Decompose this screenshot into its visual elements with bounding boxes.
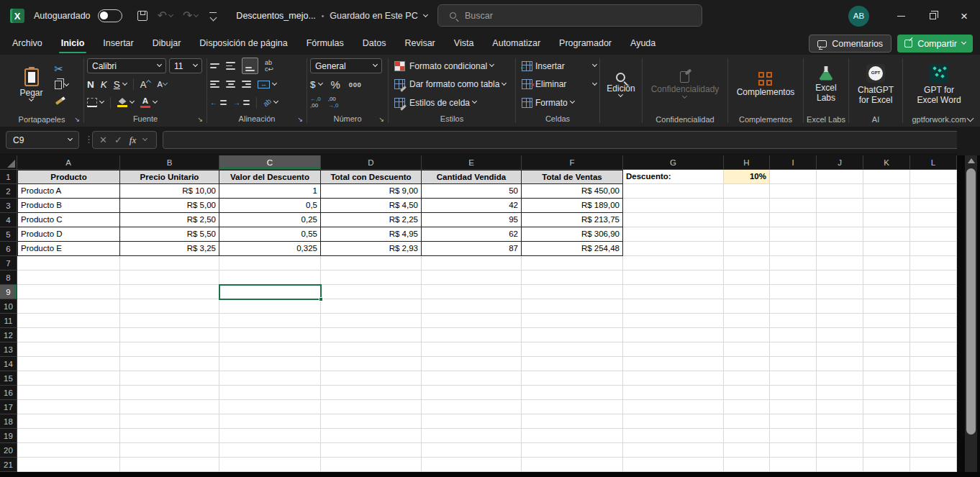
cell-J16[interactable] <box>817 386 863 400</box>
cell-H9[interactable] <box>724 285 770 299</box>
row-header-8[interactable]: 8 <box>0 271 17 285</box>
close-button[interactable]: × <box>948 0 980 32</box>
cell-J13[interactable] <box>817 342 863 357</box>
cell-J5[interactable] <box>817 227 863 242</box>
cell-E9[interactable] <box>422 285 522 299</box>
cell-D16[interactable] <box>321 386 422 400</box>
cell-F9[interactable] <box>522 285 623 299</box>
gpt-for-excel-word-button[interactable]: GPT for Excel Word <box>909 63 969 107</box>
tab-programador[interactable]: Programador <box>550 32 621 55</box>
cell-L15[interactable] <box>910 371 957 386</box>
cell-G2[interactable] <box>623 184 724 199</box>
cell-L17[interactable] <box>910 400 957 414</box>
cell-F1[interactable]: Total de Ventas <box>522 170 623 184</box>
cell-E21[interactable] <box>422 458 522 472</box>
insert-function-button[interactable]: fx <box>130 135 136 146</box>
cell-L2[interactable] <box>910 184 957 199</box>
row-header-16[interactable]: 16 <box>0 386 17 400</box>
cell-K13[interactable] <box>863 342 910 357</box>
row-header-2[interactable]: 2 <box>0 184 17 199</box>
align-top-icon[interactable] <box>210 63 219 68</box>
cell-F3[interactable]: R$ 189,00 <box>522 199 623 213</box>
row-header-13[interactable]: 13 <box>0 342 17 357</box>
tab-inicio[interactable]: Inicio <box>52 32 94 55</box>
delete-cells-button[interactable]: ×Eliminar <box>522 79 566 89</box>
align-left-icon[interactable] <box>210 81 219 88</box>
cell-H13[interactable] <box>724 342 770 357</box>
cell-H16[interactable] <box>724 386 770 400</box>
cell-D14[interactable] <box>321 357 422 371</box>
avatar[interactable]: AB <box>848 6 869 27</box>
cell-F8[interactable] <box>522 271 623 285</box>
search-box[interactable]: Buscar <box>437 4 702 27</box>
cell-L14[interactable] <box>910 357 957 371</box>
align-right-icon[interactable] <box>242 81 251 88</box>
cell-H3[interactable] <box>724 199 770 213</box>
cell-K11[interactable] <box>863 314 910 328</box>
chatgpt-button[interactable]: GPT ChatGPT for Excel <box>850 63 902 107</box>
cell-F20[interactable] <box>522 443 623 458</box>
cell-E2[interactable]: 50 <box>422 184 522 199</box>
column-header-F[interactable]: F <box>522 155 623 170</box>
cell-I8[interactable] <box>770 271 817 285</box>
cell-G7[interactable] <box>623 256 724 271</box>
restore-button[interactable] <box>917 0 948 32</box>
cell-A11[interactable] <box>17 314 120 328</box>
cell-D13[interactable] <box>321 342 422 357</box>
cell-G15[interactable] <box>623 371 724 386</box>
cell-C15[interactable] <box>219 371 321 386</box>
conditional-formatting-button[interactable]: Formato condicional <box>409 61 494 71</box>
cell-A15[interactable] <box>17 371 120 386</box>
font-dialog-launcher[interactable]: ↘ <box>197 116 203 123</box>
cell-I14[interactable] <box>770 357 817 371</box>
cell-E13[interactable] <box>422 342 522 357</box>
cell-I5[interactable] <box>770 227 817 242</box>
cell-C11[interactable] <box>219 314 321 328</box>
excel-app-icon[interactable]: X <box>10 9 24 23</box>
cell-G5[interactable] <box>623 227 724 242</box>
cell-A17[interactable] <box>17 400 120 414</box>
cell-I11[interactable] <box>770 314 817 328</box>
cell-K18[interactable] <box>863 414 910 429</box>
cell-I15[interactable] <box>770 371 817 386</box>
increase-decimal-button[interactable]: ←,0,00 <box>310 96 321 109</box>
increase-font-button[interactable]: A <box>140 79 151 90</box>
tab-automatizar[interactable]: Automatizar <box>483 32 550 55</box>
undo-button[interactable]: ↶ <box>154 6 176 26</box>
cell-B3[interactable]: R$ 5,00 <box>120 199 219 213</box>
cell-A13[interactable] <box>17 342 120 357</box>
redo-button[interactable]: ↷ <box>179 6 201 26</box>
minimize-button[interactable] <box>885 0 917 32</box>
cell-I3[interactable] <box>770 199 817 213</box>
cell-A3[interactable]: Producto B <box>17 199 120 213</box>
align-middle-icon[interactable] <box>226 62 235 69</box>
cell-C3[interactable]: 0,5 <box>219 199 321 213</box>
cell-C4[interactable]: 0,25 <box>219 213 321 227</box>
cell-I9[interactable] <box>770 285 817 299</box>
cell-D3[interactable]: R$ 4,50 <box>321 199 422 213</box>
scroll-up-button[interactable] <box>968 158 975 163</box>
cell-L4[interactable] <box>910 213 957 227</box>
cell-H19[interactable] <box>724 429 770 443</box>
cell-F5[interactable]: R$ 306,90 <box>522 227 623 242</box>
cell-B17[interactable] <box>120 400 219 414</box>
underline-button[interactable]: S <box>114 79 127 90</box>
cell-F10[interactable] <box>522 299 623 314</box>
cell-L13[interactable] <box>910 342 957 357</box>
cell-E4[interactable]: 95 <box>422 213 522 227</box>
tab-ayuda[interactable]: Ayuda <box>621 32 665 55</box>
cell-G6[interactable] <box>623 242 724 256</box>
cell-E14[interactable] <box>422 357 522 371</box>
row-header-18[interactable]: 18 <box>0 414 17 429</box>
font-name-combo[interactable]: Calibri <box>87 58 166 73</box>
cell-F12[interactable] <box>522 328 623 342</box>
cell-K14[interactable] <box>863 357 910 371</box>
cell-C16[interactable] <box>219 386 321 400</box>
cell-G4[interactable] <box>623 213 724 227</box>
document-save-status[interactable]: Guardado en Este PC <box>330 11 427 21</box>
cell-E20[interactable] <box>422 443 522 458</box>
cell-J19[interactable] <box>817 429 863 443</box>
comments-button[interactable]: Comentarios <box>809 35 891 53</box>
cell-E5[interactable]: 62 <box>422 227 522 242</box>
row-header-19[interactable]: 19 <box>0 429 17 443</box>
